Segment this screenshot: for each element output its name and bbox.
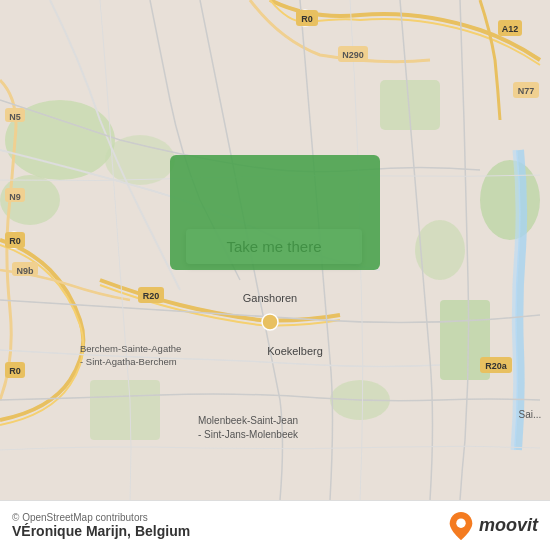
svg-text:A12: A12: [502, 24, 519, 34]
osm-credit: © OpenStreetMap contributors: [12, 512, 190, 523]
svg-text:Koekelberg: Koekelberg: [267, 345, 323, 357]
svg-point-5: [480, 160, 540, 240]
svg-point-9: [105, 135, 175, 185]
svg-text:Ganshoren: Ganshoren: [243, 292, 297, 304]
location-name: VÉronique Marijn, Belgium: [12, 523, 190, 539]
svg-text:Sai...: Sai...: [519, 409, 542, 420]
svg-text:Berchem-Sainte-Agathe: Berchem-Sainte-Agathe: [80, 343, 181, 354]
moovit-brand-text: moovit: [479, 515, 538, 536]
moovit-logo-icon: [447, 510, 475, 542]
svg-text:R20: R20: [143, 291, 160, 301]
svg-text:- Sint-Jans-Molenbeek: - Sint-Jans-Molenbeek: [198, 429, 299, 440]
moovit-logo: moovit: [447, 510, 538, 542]
svg-rect-6: [90, 380, 160, 440]
svg-text:N290: N290: [342, 50, 364, 60]
svg-text:R0: R0: [9, 366, 21, 376]
svg-text:N9: N9: [9, 192, 21, 202]
svg-text:- Sint-Agatha-Berchem: - Sint-Agatha-Berchem: [80, 356, 177, 367]
svg-text:N77: N77: [518, 86, 535, 96]
svg-text:R20a: R20a: [485, 361, 508, 371]
svg-text:R0: R0: [301, 14, 313, 24]
footer-left: © OpenStreetMap contributors VÉronique M…: [12, 512, 190, 539]
map-container: R0 A12 N290 N77 N5 N9 R0 N9b R20 R0 R20a: [0, 0, 550, 500]
svg-text:N5: N5: [9, 112, 21, 122]
svg-point-42: [456, 518, 465, 527]
footer: © OpenStreetMap contributors VÉronique M…: [0, 500, 550, 550]
svg-text:R0: R0: [9, 236, 21, 246]
svg-point-12: [262, 314, 278, 330]
svg-text:N9b: N9b: [16, 266, 34, 276]
svg-text:Molenbeek-Saint-Jean: Molenbeek-Saint-Jean: [198, 415, 298, 426]
